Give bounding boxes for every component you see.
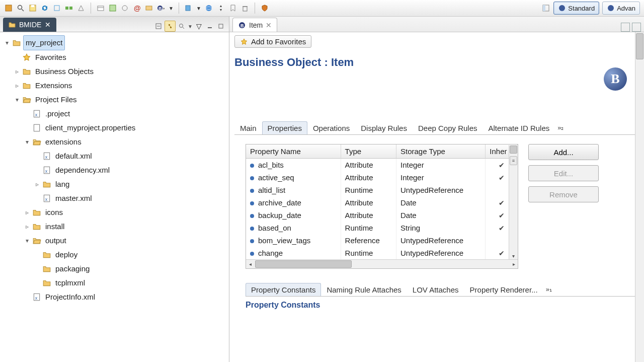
tree-business-objects[interactable]: ▹Business Objects [14, 64, 227, 79]
project-tree[interactable]: ▾ my_project Favorites ▹Business Objects… [0, 32, 229, 362]
favorites-icon [22, 53, 31, 62]
view-menu-icon[interactable]: ▽ [194, 21, 204, 31]
tab-operations[interactable]: Operations [307, 121, 355, 134]
col-type[interactable]: Type [341, 144, 396, 159]
toolbar-icon[interactable] [120, 4, 129, 13]
svg-rect-10 [110, 5, 116, 11]
subtab-property-constants[interactable]: Property Constants [246, 283, 321, 296]
tree-file[interactable]: xdependency.xml [34, 163, 227, 177]
toolbar-icon[interactable] [76, 4, 86, 13]
maximize-icon[interactable] [632, 23, 641, 32]
editor-vertical-scrollbar[interactable] [635, 32, 644, 362]
toolbar-icon[interactable] [64, 4, 73, 13]
table-row[interactable]: based_onRuntimeString✔ [246, 222, 518, 234]
dropdown-icon[interactable] [184, 4, 193, 13]
refresh-icon[interactable] [40, 4, 49, 13]
tree-root[interactable]: ▾ my_project [4, 35, 227, 50]
properties-table[interactable]: Property Name Type Storage Type Inher ▴ … [246, 144, 518, 269]
perspective-standard[interactable]: Standard [553, 2, 599, 15]
tree-extensions-folder[interactable]: ▾extensions [24, 135, 227, 149]
toolbar-icon[interactable] [216, 4, 225, 13]
toolbar-icon[interactable] [52, 4, 61, 13]
tab-deep-copy[interactable]: Deep Copy Rules [413, 121, 483, 134]
tab-alternate-id[interactable]: Alternate ID Rules [483, 121, 555, 134]
table-vertical-scrollbar[interactable]: ▴ ≡ ▾ [509, 145, 518, 259]
table-row[interactable]: bom_view_tagsReferenceUntypedReference [246, 234, 518, 247]
tree-label: lang [53, 177, 71, 191]
tree-favorites[interactable]: Favorites [14, 50, 227, 64]
shield-icon[interactable] [260, 4, 269, 13]
search-icon[interactable] [177, 21, 187, 31]
tree-output-folder[interactable]: ▾output [24, 234, 227, 248]
tabs-overflow[interactable]: »₂ [555, 121, 566, 134]
toolbar-icon[interactable] [228, 4, 237, 13]
tab-main[interactable]: Main [234, 121, 262, 134]
business-object-logo-icon: B [604, 67, 627, 91]
collapse-all-icon[interactable] [153, 21, 164, 31]
add-button[interactable]: Add... [528, 144, 599, 160]
tree-file[interactable]: x.project [24, 107, 227, 121]
view-tab-bmide[interactable]: BMIDE ✕ [3, 18, 56, 32]
tree-lang-folder[interactable]: ▹lang [34, 177, 227, 191]
open-perspective-icon[interactable] [541, 4, 550, 13]
tree-file[interactable]: xdefault.xml [34, 149, 227, 163]
table-row[interactable]: acl_bitsAttributeInteger✔ [246, 159, 518, 172]
col-storage-type[interactable]: Storage Type [396, 144, 486, 159]
svg-rect-16 [186, 6, 190, 11]
col-property-name[interactable]: Property Name [246, 144, 341, 159]
minimize-icon[interactable] [205, 21, 215, 31]
editor-tab-item[interactable]: B Item ✕ [232, 18, 277, 32]
close-icon[interactable]: ✕ [266, 21, 272, 29]
toolbar-icon[interactable] [144, 4, 153, 13]
svg-rect-7 [69, 7, 72, 10]
folder-icon [42, 180, 51, 189]
svg-text:@: @ [134, 4, 141, 12]
search-icon[interactable] [16, 4, 25, 13]
tree-install-folder[interactable]: ▹install [24, 220, 227, 234]
svg-point-11 [122, 6, 127, 11]
table-row[interactable]: backup_dateAttributeDate✔ [246, 209, 518, 222]
tree-packaging-folder[interactable]: packaging [34, 262, 227, 276]
save-icon[interactable] [28, 4, 37, 13]
toolbar-icon[interactable] [4, 4, 13, 13]
table-row[interactable]: active_seqAttributeInteger✔ [246, 171, 518, 184]
table-row[interactable]: altid_listRuntimeUntypedReference [246, 184, 518, 196]
globe-icon[interactable] [204, 4, 213, 13]
tree-icons-folder[interactable]: ▹icons [24, 205, 227, 220]
at-icon[interactable]: @ [132, 4, 141, 13]
subtabs-overflow[interactable]: »₁ [543, 283, 554, 296]
subtab-lov[interactable]: LOV Attaches [407, 283, 464, 296]
dropdown-icon[interactable]: B [156, 4, 166, 13]
subtab-renderer[interactable]: Property Renderer... [464, 283, 543, 296]
tree-file[interactable]: client_myproject.properties [24, 121, 227, 135]
minimize-icon[interactable] [621, 23, 630, 32]
tree-file[interactable]: xProjectInfo.xml [24, 290, 227, 304]
maximize-icon[interactable] [216, 21, 226, 31]
tree-file[interactable]: xmaster.xml [34, 191, 227, 205]
close-icon[interactable]: ✕ [44, 21, 51, 28]
trash-icon[interactable] [240, 4, 250, 13]
remove-button[interactable]: Remove [528, 186, 599, 202]
property-icon [250, 164, 254, 168]
tab-display-rules[interactable]: Display Rules [355, 121, 413, 134]
table-row[interactable]: changeRuntimeUntypedReference✔ [246, 247, 518, 259]
tree-extensions[interactable]: ▹Extensions [14, 79, 227, 93]
xml-file-icon: x [32, 293, 41, 302]
folder-icon [32, 222, 41, 231]
tab-properties[interactable]: Properties [262, 121, 307, 134]
toolbar-icon[interactable] [96, 4, 105, 13]
tree-project-files[interactable]: ▾Project Files [14, 93, 227, 107]
subtab-naming-rule[interactable]: Naming Rule Attaches [321, 283, 407, 296]
table-horizontal-scrollbar[interactable]: ◂▸ [246, 259, 518, 268]
perspective-advanced[interactable]: Advan [602, 2, 640, 15]
link-editor-icon[interactable] [165, 21, 176, 32]
tree-tcplmxml-folder[interactable]: tcplmxml [34, 276, 227, 290]
tree-deploy-folder[interactable]: deploy [34, 248, 227, 262]
table-row[interactable]: archive_dateAttributeDate✔ [246, 196, 518, 209]
folder-open-icon [32, 137, 41, 147]
add-to-favorites-button[interactable]: Add to Favorites [234, 35, 311, 48]
svg-rect-0 [6, 5, 12, 11]
toolbar-icon[interactable] [108, 4, 117, 13]
folder-icon [42, 264, 51, 273]
edit-button[interactable]: Edit... [528, 165, 599, 181]
